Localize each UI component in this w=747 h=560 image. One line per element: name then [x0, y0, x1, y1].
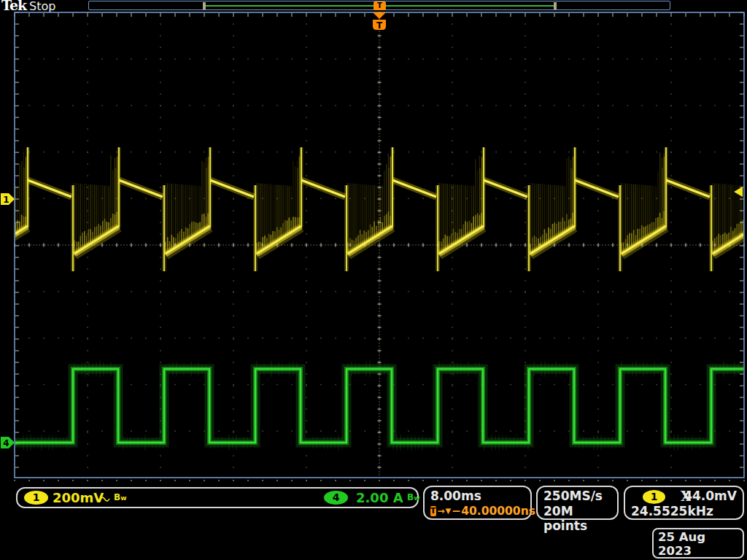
- trigger-position-marker-icon[interactable]: T: [373, 12, 386, 31]
- arrow-right-icon: →: [438, 504, 445, 518]
- ch4-ground-marker[interactable]: 4: [1, 437, 15, 448]
- svg-text:1: 1: [3, 195, 9, 205]
- channel-readouts-box: 1 200mV Bw 4 2.00 A Bw: [16, 487, 419, 508]
- trigger-source-badge[interactable]: 1: [643, 490, 665, 504]
- datetime-box: 25 Aug 2023 10:50:45: [652, 528, 744, 559]
- ch1-badge[interactable]: 1: [24, 491, 48, 505]
- acquisition-readout-box[interactable]: 250MS/s 20M points: [536, 486, 619, 520]
- trigger-t-icon: T: [430, 506, 436, 516]
- horizontal-readout-box[interactable]: 8.00ms T → ▼ −40.00000ns: [423, 486, 532, 520]
- waveform-display-area: 14T: [0, 0, 747, 481]
- svg-text:T: T: [376, 20, 383, 31]
- trigger-level-readout[interactable]: 44.0mV: [684, 489, 737, 503]
- trigger-frequency-readout: 24.5525kHz: [631, 504, 713, 518]
- ch4-bandwidth-limit-icon: Bw: [407, 492, 419, 502]
- waveform-ch1: [0, 147, 747, 271]
- date-label: 25 Aug 2023: [658, 530, 743, 558]
- trigger-readout-box[interactable]: 1 X 44.0mV 24.5525kHz: [624, 486, 744, 520]
- ch4-scale-readout[interactable]: 2.00 A: [356, 490, 403, 505]
- timebase-scale[interactable]: 8.00ms: [430, 489, 530, 504]
- ch1-bandwidth-limit-icon: Bw: [114, 492, 126, 502]
- trigger-delay-readout[interactable]: T → ▼ −40.00000ns: [430, 504, 530, 518]
- slope-down-icon: ▼: [446, 504, 452, 518]
- ch4-badge[interactable]: 4: [324, 491, 348, 505]
- record-length: 20M points: [543, 504, 617, 533]
- ch1-scale-readout[interactable]: 200mV: [53, 490, 104, 505]
- ch1-ground-marker[interactable]: 1: [1, 193, 15, 205]
- ch1-coupling-sine-wave-icon: [99, 492, 111, 506]
- oscilloscope-screen: Tek Stop T 14T 1 200mV Bw 4 2.00 A Bw 8.…: [0, 0, 747, 560]
- trigger-delay-value: −40.00000ns: [452, 504, 535, 518]
- svg-text:4: 4: [3, 438, 9, 448]
- sample-rate: 250MS/s: [543, 489, 617, 504]
